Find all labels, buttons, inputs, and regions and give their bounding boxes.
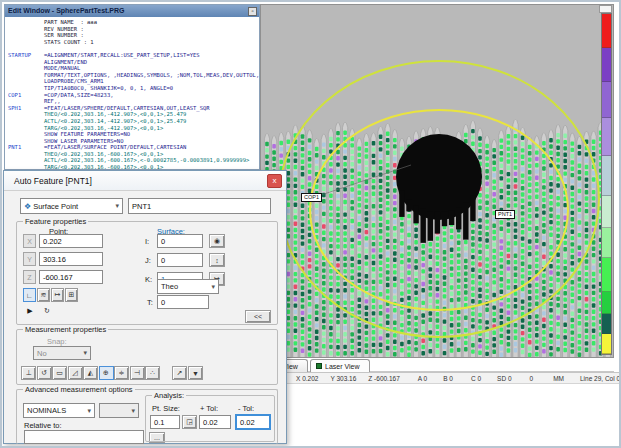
relative-to-input[interactable] [24,430,144,444]
plus-tol-input[interactable]: 0.02 [199,415,231,429]
axis-z-button[interactable]: Z [23,270,36,284]
minus-tol-label: - Tol: [238,404,254,413]
code-line: TIP/T1A0B0C0, SHANKIJK=0, 0, 1, ANGLE=0 [8,85,259,92]
edit-window-titlebar[interactable]: Edit Window - SpherePartTest.PRG ▫ [5,5,259,17]
code-line: FORMAT/TEXT,OPTIONS, ,HEADINGS,SYMBOLS, … [8,72,259,79]
measurement-properties-group: Measurement properties Snap: No ▾ ⊥↺▭◿◭⊕… [16,329,278,385]
code-line: MODE/MANUAL [8,65,259,72]
surface-vector-input[interactable]: 0 [157,253,203,267]
dialog-titlebar[interactable]: Auto Feature [PNT1] [4,171,286,191]
axis-x-button[interactable]: X [23,234,36,248]
target-crosshair-icon[interactable]: ⊕ [99,366,114,380]
status-item: Y 303.16 [330,375,356,382]
point-target-icon[interactable]: ↦ [51,288,64,302]
pnt-feature-label[interactable]: PNT1 [495,210,515,219]
code-line: THEO/<0.202,303.16,-412.907>,<0,0,1>,25.… [8,111,259,118]
pcdmis-application: Edit Window - SpherePartTest.PRG ▫ PART … [0,0,621,448]
vector-label: J: [145,256,151,265]
tab-laser-view[interactable]: Laser View [310,359,370,372]
advanced-options-label: Advanced measurement options [23,385,135,394]
pt-size-input[interactable]: 0.1 [150,415,180,429]
auto-feature-dialog: Auto Feature [PNT1] x ❖ Surface Point ▾ … [3,170,287,444]
status-item: A 0 [418,375,427,382]
axis-y-button[interactable]: Y [23,252,36,266]
point-z-input[interactable]: -600.167 [39,270,103,284]
code-line: STATS COUNT : 1 [8,39,259,46]
depth-icon[interactable]: ↕ [209,253,225,267]
laser-view-icon [316,363,322,369]
code-line: PNT1=FEAT/LASER/SURFACE POINT/DEFAULT,CA… [8,144,259,151]
nominals-value: NOMINALS [27,406,66,415]
feature-type-select[interactable]: ❖ Surface Point ▾ [20,198,123,214]
pt-size-label: Pt. Size: [152,404,180,413]
feature-type-value: Surface Point [33,202,78,211]
point-filter-icon[interactable]: ▼ [188,366,203,380]
status-item: SD 0 [497,375,511,382]
corner-approach-icon[interactable]: ◿ [68,366,83,380]
feature-properties-group: Feature properties Point: Surface: X0.20… [16,221,278,325]
analysis-view-icon[interactable]: ◲ [182,415,197,429]
re-measure-icon[interactable]: ↻ [40,304,54,318]
view-tabstrip: Live View Laser View [260,358,614,372]
vector-label: I: [145,237,149,246]
path-preview-icon[interactable]: ↗ [172,366,187,380]
window-menu-button[interactable]: ▫ [248,7,257,16]
probe-shot-icon[interactable]: ◉ [209,234,225,248]
dialog-title: Auto Feature [PNT1] [14,176,92,186]
snap-label: Snap: [47,337,67,346]
chevron-down-icon: ▾ [131,407,135,415]
code-line: TARG/<0.202,303.16,-412.907>,<0,0,1> [8,125,259,132]
code-line: ACTL/<0.202,303.16,-600.167>,<-0.0002785… [8,157,259,164]
level-points-icon[interactable]: ≑ [114,366,129,380]
collapse-button[interactable]: << [245,310,271,323]
colorbar-segment [602,196,611,228]
clearance-plane-icon[interactable]: ▭ [52,366,67,380]
cop-feature-label[interactable]: COP1 [301,193,322,202]
point-x-input[interactable]: 0.202 [39,234,103,248]
code-line: SER NUMBER : [8,32,259,39]
minus-tol-input[interactable]: 0.02 [235,414,271,430]
status-item: 0 [530,375,534,382]
t-input[interactable]: 0 [157,295,209,309]
scan-pattern-icon[interactable]: ∴ [145,366,160,380]
nominals-select[interactable]: NOMINALS ▾ [23,403,95,418]
code-line: REF,, [8,98,259,105]
edge-offset-icon[interactable]: ⊣ [130,366,145,380]
program-code-area[interactable]: PART NAME : aaaREV NUMBER :SER NUMBER :S… [5,17,259,169]
probe-depth-icon[interactable]: ⊥ [21,366,36,380]
theo-select[interactable]: Theo ▾ [157,279,219,294]
point-y-input[interactable]: 303.16 [39,252,103,266]
colorbar-segment [602,14,611,48]
advanced-options-group: Advanced measurement options NOMINALS ▾ … [16,389,278,444]
colorbar-segment [602,258,611,292]
surface-point-icon: ❖ [24,202,31,211]
code-line: ACTL/<0.202,303.14,-412.907>,<0,0,1>,25.… [8,118,259,125]
relative-to-label: Relative to: [24,421,62,430]
code-line: ALIGNMENT/END [8,59,259,66]
colorbar-header [599,5,612,13]
axes-display-icon[interactable]: ∟ [23,288,36,302]
nominals-mode-select[interactable]: ▾ [99,403,139,418]
status-item: Line 29, Col 034 [580,375,621,382]
surface-vector-input[interactable]: 0 [157,234,203,248]
code-line: THEO/<0.202,303.16,-600.167>,<0,0,1> [8,151,259,158]
status-item: C 0 [471,375,481,382]
chevron-down-icon: ▾ [83,349,87,357]
grid-display-icon[interactable]: ⊞ [65,288,78,302]
graphic-viewport[interactable]: COP1 PNT1 [260,4,614,358]
code-line: PART NAME : aaa [8,19,259,26]
feature-properties-label: Feature properties [23,217,88,226]
analysis-label: Analysis: [152,391,186,400]
auto-move-icon[interactable]: ↺ [37,366,52,380]
chevron-down-icon: ▾ [87,407,91,415]
snap-select[interactable]: No ▾ [33,346,91,360]
feature-name-input[interactable]: PNT1 [128,198,271,214]
edit-window: Edit Window - SpherePartTest.PRG ▫ PART … [4,4,260,170]
code-line: STARTUP=ALIGNMENT/START,RECALL:USE_PART_… [8,52,259,59]
execute-icon[interactable]: ▶ [23,304,37,318]
colorbar-segment [602,228,611,258]
surface-normal-icon[interactable]: ≋ [37,288,50,302]
status-item: X 0.202 [296,375,318,382]
slope-approach-icon[interactable]: ◭ [83,366,98,380]
close-icon[interactable]: x [267,174,282,188]
